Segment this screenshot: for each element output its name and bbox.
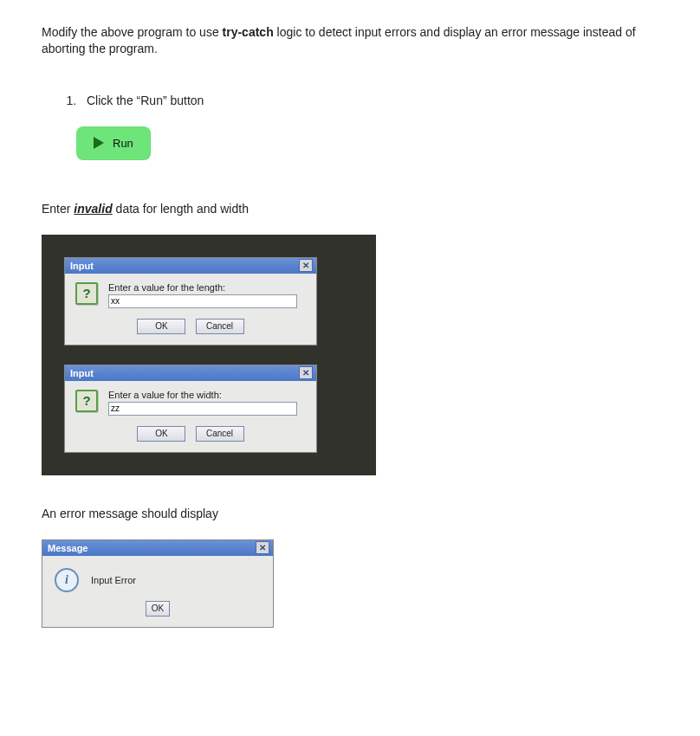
enter-invalid-em: invalid [74,202,112,216]
intro-pre: Modify the above program to use [42,25,223,39]
ok-button[interactable]: OK [137,319,185,334]
question-icon: ? [75,282,98,305]
terminal-frame-inputs: Input ✕ ? Enter a value for the length: … [42,235,376,475]
step-1: Click the “Run” button [80,94,658,107]
length-input[interactable] [108,294,297,308]
dialog-title: Input [70,365,94,381]
close-icon[interactable]: ✕ [256,541,269,554]
enter-invalid-post: data for length and width [113,202,249,216]
enter-invalid-pre: Enter [42,202,74,216]
titlebar: Input ✕ [65,258,316,274]
message-text: Input Error [91,575,136,585]
intro-paragraph: Modify the above program to use try-catc… [42,24,658,57]
run-button[interactable]: Run [76,126,151,160]
error-intro-text: An error message should display [42,507,658,520]
run-button-label: Run [113,137,133,150]
terminal-frame-message: Message ✕ i Input Error OK [42,539,274,628]
prompt-label: Enter a value for the length: [108,282,306,293]
cancel-button[interactable]: Cancel [196,319,244,334]
input-dialog-width: Input ✕ ? Enter a value for the width: O… [64,365,317,453]
question-icon: ? [75,390,98,412]
steps-list: Click the “Run” button [42,94,658,107]
message-dialog: Message ✕ i Input Error OK [42,539,274,628]
prompt-label: Enter a value for the width: [108,390,306,400]
input-dialog-length: Input ✕ ? Enter a value for the length: … [64,257,317,345]
ok-button[interactable]: OK [146,601,170,617]
svg-marker-0 [94,137,104,149]
width-input[interactable] [108,402,297,416]
enter-invalid-text: Enter invalid data for length and width [42,202,658,216]
ok-button[interactable]: OK [137,426,185,442]
info-icon: i [55,568,79,592]
close-icon[interactable]: ✕ [299,259,313,272]
dialog-title: Message [48,540,88,556]
dialog-title: Input [70,258,94,274]
titlebar: Input ✕ [65,365,316,381]
cancel-button[interactable]: Cancel [196,426,244,442]
play-icon [94,137,104,149]
close-icon[interactable]: ✕ [299,366,313,379]
titlebar: Message ✕ [42,540,273,556]
intro-bold: try-catch [223,25,274,39]
